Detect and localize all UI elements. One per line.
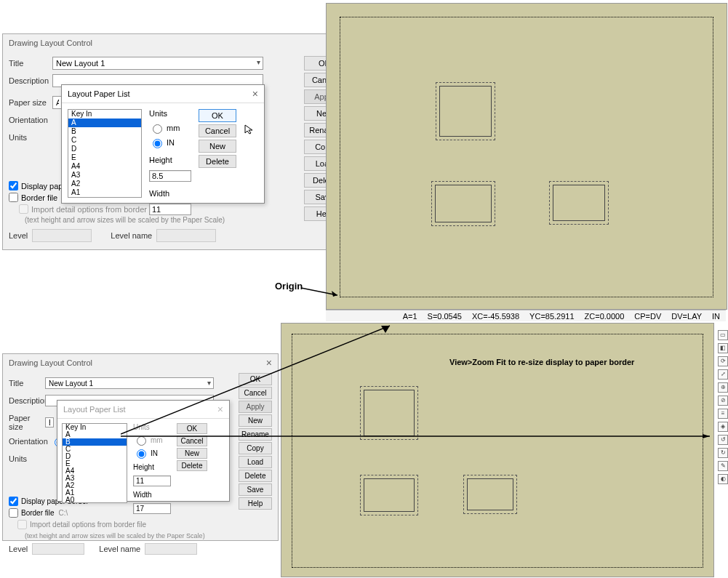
- display-paper-border-checkbox[interactable]: [9, 497, 18, 506]
- rename-button[interactable]: Rename: [239, 428, 272, 441]
- paper-size-listbox[interactable]: Key In A B C D E A4 A3 A2 A1 A0: [68, 109, 142, 198]
- display-paper-border-checkbox[interactable]: [9, 181, 18, 190]
- sub-dialog-title: Layout Paper List: [63, 405, 126, 414]
- help-button[interactable]: Help: [239, 497, 272, 510]
- units-label: Units: [9, 454, 51, 463]
- list-item[interactable]: D: [68, 145, 141, 153]
- unit-mm-radio[interactable]: [153, 124, 162, 134]
- list-item[interactable]: D: [63, 453, 127, 460]
- tool-icon[interactable]: ⤢: [718, 369, 728, 380]
- new-button[interactable]: New: [177, 448, 207, 459]
- list-item[interactable]: Key In: [63, 424, 127, 431]
- unit-in-label: IN: [167, 138, 175, 147]
- unit-in-label: IN: [151, 449, 158, 457]
- unit-in-radio[interactable]: [153, 139, 162, 148]
- tool-icon[interactable]: ⟳: [718, 356, 728, 366]
- unit-mm-radio[interactable]: [137, 436, 146, 446]
- height-input[interactable]: [149, 170, 191, 182]
- width-input[interactable]: [149, 204, 191, 215]
- import-detail-label: Import detail options from border file: [30, 521, 146, 529]
- load-button[interactable]: Load: [239, 456, 272, 468]
- list-item[interactable]: A0: [63, 497, 127, 503]
- layout-paper-list-dialog: Layout Paper List × Key In A B C D E A4 …: [57, 400, 230, 502]
- new-button[interactable]: New: [239, 414, 272, 427]
- close-icon[interactable]: ×: [217, 404, 223, 415]
- drawing-view[interactable]: [360, 475, 418, 515]
- delete-button[interactable]: Delete: [199, 155, 236, 168]
- cancel-button[interactable]: Cancel: [177, 435, 207, 446]
- list-item[interactable]: C: [63, 446, 127, 453]
- drawing-view[interactable]: [360, 386, 418, 440]
- close-icon[interactable]: ×: [252, 88, 258, 100]
- units-header: Units: [149, 109, 191, 118]
- units-header: Units: [133, 423, 171, 431]
- tool-icon[interactable]: ⊘: [718, 396, 728, 406]
- copy-button[interactable]: Copy: [239, 442, 272, 454]
- ok-button[interactable]: OK: [199, 109, 236, 122]
- tool-icon[interactable]: ◧: [718, 343, 728, 353]
- list-item[interactable]: Key In: [68, 110, 141, 119]
- drawing-view[interactable]: [549, 181, 609, 225]
- width-input[interactable]: [133, 503, 171, 514]
- drawing-view[interactable]: [431, 181, 495, 226]
- level-input[interactable]: [32, 229, 92, 242]
- tool-icon[interactable]: ≡: [718, 409, 728, 419]
- save-button[interactable]: Save: [239, 483, 272, 496]
- list-item[interactable]: B: [63, 438, 127, 446]
- description-label: Description: [9, 396, 45, 405]
- level-name-label: Level name: [111, 231, 152, 240]
- tool-icon[interactable]: ⊕: [718, 382, 728, 393]
- list-item[interactable]: A3: [68, 171, 141, 180]
- status-a: A=1: [403, 312, 417, 321]
- border-file-checkbox[interactable]: [9, 508, 18, 518]
- cancel-button[interactable]: Cancel: [239, 387, 272, 399]
- tool-icon[interactable]: ◐: [718, 474, 728, 484]
- drawing-view[interactable]: [436, 82, 495, 140]
- papersize-value[interactable]: [45, 417, 54, 428]
- papersize-label: Paper size: [9, 414, 45, 431]
- close-icon[interactable]: ×: [266, 357, 272, 369]
- border-file-checkbox[interactable]: [9, 193, 18, 202]
- border-file-label: Border file: [21, 193, 57, 202]
- delete-button[interactable]: Delete: [177, 460, 207, 471]
- list-item[interactable]: A: [68, 119, 141, 127]
- list-item[interactable]: A1: [68, 188, 141, 197]
- tool-icon[interactable]: ↻: [718, 448, 728, 458]
- tool-icon[interactable]: ✎: [718, 461, 728, 471]
- drawing-canvas[interactable]: [326, 3, 727, 310]
- tool-icon[interactable]: ◈: [718, 422, 728, 432]
- delete-button[interactable]: Delete: [239, 470, 272, 482]
- new-button[interactable]: New: [199, 140, 236, 153]
- unit-in-radio[interactable]: [137, 449, 146, 459]
- height-input[interactable]: [133, 475, 171, 486]
- tool-icon[interactable]: ↺: [718, 435, 728, 445]
- list-item[interactable]: A2: [68, 180, 141, 188]
- import-detail-checkbox: [17, 520, 27, 529]
- title-select[interactable]: [45, 377, 214, 389]
- cancel-button[interactable]: Cancel: [199, 124, 236, 137]
- ok-button[interactable]: OK: [177, 423, 207, 434]
- title-select[interactable]: [52, 57, 263, 70]
- dialog-title-text: Drawing Layout Control: [9, 358, 92, 367]
- description-label: Description: [9, 76, 52, 85]
- apply-button[interactable]: Apply: [239, 401, 272, 413]
- tool-icon[interactable]: ▭: [718, 330, 728, 340]
- list-item[interactable]: C: [68, 136, 141, 145]
- list-item[interactable]: A4: [68, 162, 141, 171]
- level-input[interactable]: [32, 543, 84, 555]
- units-label: Units: [9, 133, 60, 142]
- list-item[interactable]: A0: [68, 197, 141, 198]
- list-item[interactable]: E: [68, 153, 141, 162]
- list-item[interactable]: A: [63, 431, 127, 438]
- list-item[interactable]: B: [68, 127, 141, 136]
- dialog-title-text: Drawing Layout Control: [9, 39, 92, 47]
- level-name-input[interactable]: [156, 229, 216, 242]
- ok-button[interactable]: OK: [239, 373, 272, 385]
- sub-dialog-titlebar: Layout Paper List ×: [57, 401, 229, 419]
- paper-size-listbox[interactable]: Key In A B C D E A4 A3 A2 A1 A0: [62, 423, 127, 503]
- sub-dialog-title: Layout Paper List: [68, 89, 130, 98]
- unit-mm-label: mm: [151, 436, 163, 444]
- height-header: Height: [149, 156, 191, 164]
- drawing-view[interactable]: [463, 475, 517, 514]
- level-name-input[interactable]: [145, 543, 197, 555]
